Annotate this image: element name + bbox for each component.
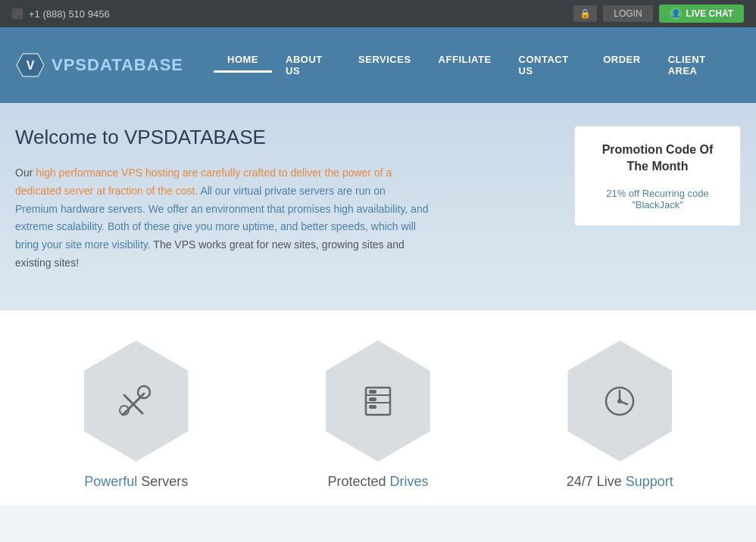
features-section: Powerful Servers Protected Drives — [0, 310, 756, 505]
hexagon-drives — [317, 341, 439, 462]
drives-hexagon — [317, 341, 439, 462]
login-button[interactable]: LOGIN — [603, 5, 652, 22]
highlight-blue-4: bring your site more visibility. — [15, 238, 151, 251]
nav-item-services[interactable]: SERVICES — [345, 46, 425, 84]
hero-title: Welcome to VPSDATABASE — [15, 126, 559, 149]
feature-support: 24/7 Live Support — [544, 341, 695, 490]
svg-rect-11 — [370, 406, 376, 408]
hero-content: Welcome to VPSDATABASE Our high performa… — [15, 126, 559, 273]
svg-point-3 — [138, 386, 150, 398]
support-icon — [598, 380, 641, 422]
highlight-orange-2: dedicated server at fraction of the cost… — [15, 185, 198, 197]
support-hexagon — [559, 341, 680, 462]
tools-icon — [115, 380, 158, 422]
livechat-button[interactable]: 👤 LIVE CHAT — [659, 5, 744, 23]
main-nav: V VPSDATABASE HOME ABOUT US SERVICES AFF… — [0, 27, 756, 103]
nav-item-order[interactable]: ORDER — [589, 46, 654, 84]
nav-item-client[interactable]: CLIENT AREA — [654, 46, 741, 84]
highlight-orange-1: high performance VPS hosting are careful… — [36, 167, 392, 179]
phone-number: +1 (888) 510 9456 — [29, 8, 110, 20]
logo[interactable]: V VPSDATABASE — [15, 50, 183, 80]
hexagon-support — [559, 341, 680, 462]
logo-icon: V — [15, 50, 45, 80]
svg-rect-9 — [370, 391, 376, 393]
promo-card: Promotion Code Of The Month 21% off Recu… — [574, 126, 741, 226]
nav-item-home[interactable]: HOME — [214, 46, 272, 84]
promo-code: 21% off Recurring code "BlackJack" — [590, 188, 725, 210]
top-bar-right: 🔒 LOGIN 👤 LIVE CHAT — [573, 5, 744, 23]
livechat-label: LIVE CHAT — [686, 8, 733, 19]
logo-text: VPSDATABASE — [52, 55, 183, 75]
hexagon-servers — [76, 341, 197, 462]
feature-servers: Powerful Servers — [61, 341, 212, 490]
lock-button[interactable]: 🔒 — [573, 5, 597, 22]
nav-item-contact[interactable]: CONTACT US — [505, 46, 590, 84]
top-bar: 📞 +1 (888) 510 9456 🔒 LOGIN 👤 LIVE CHAT — [0, 0, 756, 27]
feature-support-label: 24/7 Live Support — [567, 474, 673, 490]
hero-section: Welcome to VPSDATABASE Our high performa… — [0, 103, 756, 310]
hero-text: Our high performance VPS hosting are car… — [15, 164, 559, 273]
tools-hexagon — [76, 341, 197, 462]
feature-drives-label: Protected Drives — [327, 474, 428, 490]
nav-links: HOME ABOUT US SERVICES AFFILIATE CONTACT… — [214, 46, 741, 84]
phone-icon: 📞 — [12, 8, 23, 19]
svg-rect-10 — [370, 398, 376, 400]
promo-title: Promotion Code Of The Month — [590, 142, 725, 176]
highlight-blue-2: Premium hardware servers. We offer an en… — [15, 203, 428, 215]
highlight-blue-1: All our virtual private servers are run … — [200, 185, 385, 197]
nav-item-affiliate[interactable]: AFFILIATE — [425, 46, 505, 84]
drives-icon — [357, 380, 399, 422]
feature-drives: Protected Drives — [302, 341, 454, 490]
top-bar-left: 📞 +1 (888) 510 9456 — [12, 8, 110, 20]
highlight-blue-3: extreme scalability. Both of these give … — [15, 220, 416, 232]
user-icon: 👤 — [670, 8, 682, 20]
svg-text:V: V — [27, 59, 35, 72]
lock-icon: 🔒 — [579, 8, 591, 19]
nav-item-about[interactable]: ABOUT US — [272, 46, 345, 84]
feature-servers-label: Powerful Servers — [84, 474, 188, 490]
